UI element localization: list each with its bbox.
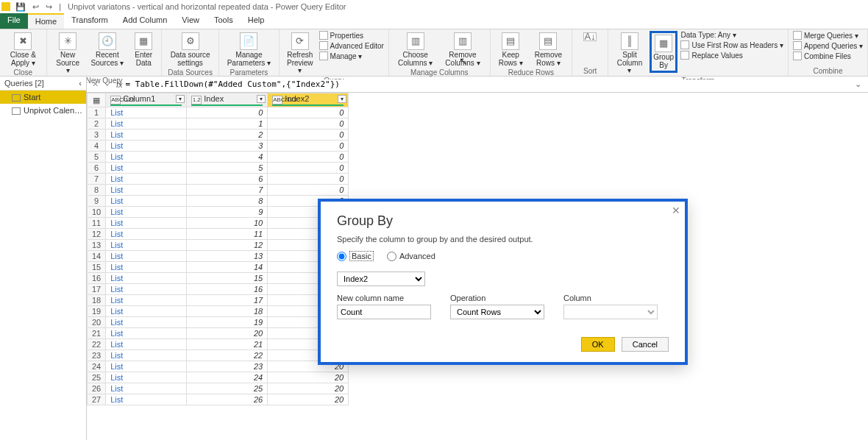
cell-column1[interactable]: List [106,317,187,328]
row-number[interactable]: 26 [88,383,106,394]
cell-column1[interactable]: List [106,350,187,361]
cell-index[interactable]: 13 [187,251,268,262]
cell-index[interactable]: 16 [187,284,268,295]
cell-column1[interactable]: List [106,273,187,284]
combine-files-button[interactable]: Combine Files [793,52,863,60]
sort-asc-button[interactable]: A↓ [577,31,603,44]
cell-column1[interactable]: List [106,295,187,306]
menu-tools[interactable]: Tools [207,13,241,29]
row-number[interactable]: 6 [88,163,106,174]
merge-queries-button[interactable]: Merge Queries ▾ [793,31,863,40]
cell-index[interactable]: 7 [187,185,268,196]
split-column-button[interactable]: ║Split Column ▾ [613,31,647,77]
table-row[interactable]: 14List130 [88,251,349,262]
cell-index[interactable]: 24 [187,372,268,383]
table-row[interactable]: 27List2620 [88,394,349,405]
table-row[interactable]: 6List50 [88,163,349,174]
cell-index2[interactable]: 0 [268,129,349,141]
cell-index2[interactable]: 20 [268,372,349,383]
cell-column1[interactable]: List [106,229,187,240]
cell-index[interactable]: 5 [187,163,268,174]
formula-input[interactable] [126,79,852,89]
col-header-Column1[interactable]: ABC/123Column1▾ [106,93,187,107]
table-row[interactable]: 11List100 [88,218,349,229]
row-number[interactable]: 1 [88,107,106,118]
data-source-settings-button[interactable]: ⚙Data source settings [166,31,213,68]
table-row[interactable]: 3List20 [88,129,349,141]
cell-column1[interactable]: List [106,141,187,152]
cell-column1[interactable]: List [106,394,187,405]
cell-index[interactable]: 4 [187,152,268,163]
row-number[interactable]: 17 [88,284,106,295]
row-number[interactable]: 22 [88,339,106,350]
new-column-input[interactable] [337,305,431,319]
query-unpivot-calendar[interactable]: Unpivot Calendar to T… [0,104,86,117]
cell-column1[interactable]: List [106,129,187,141]
manage-button[interactable]: Manage ▾ [319,52,384,60]
cell-column1[interactable]: List [106,218,187,229]
cell-index[interactable]: 3 [187,141,268,152]
row-number[interactable]: 23 [88,350,106,361]
cell-column1[interactable]: List [106,306,187,317]
grid-corner[interactable]: ▦ [88,93,106,107]
cell-index[interactable]: 22 [187,350,268,361]
table-row[interactable]: 4List30 [88,141,349,152]
cell-column1[interactable]: List [106,163,187,174]
row-number[interactable]: 9 [88,196,106,207]
groupby-column-select[interactable]: Index2 [337,272,425,286]
filter-icon[interactable]: ▾ [338,95,346,103]
replace-values-button[interactable]: Replace Values [680,51,783,60]
cancel-button[interactable]: Cancel [622,337,669,352]
group-by-button[interactable]: ▦Group By [650,31,678,73]
menu-add-column[interactable]: Add Column [115,13,175,29]
cell-column1[interactable]: List [106,185,187,196]
ok-button[interactable]: OK [581,337,615,352]
cell-index2[interactable]: 0 [268,141,349,152]
cell-column1[interactable]: List [106,383,187,394]
filter-icon[interactable]: ▾ [257,95,266,103]
row-number[interactable]: 3 [88,129,106,141]
menu-home[interactable]: Home [28,13,64,29]
row-number[interactable]: 11 [88,218,106,229]
table-row[interactable]: 23List2220 [88,350,349,361]
formula-dropdown-icon[interactable]: ⌄ [855,79,865,89]
refresh-preview-button[interactable]: ⟳Refresh Preview ▾ [284,31,316,77]
table-row[interactable]: 21List2020 [88,328,349,339]
cell-column1[interactable]: List [106,251,187,262]
cell-index[interactable]: 2 [187,129,268,141]
cell-index[interactable]: 0 [187,107,268,118]
cell-column1[interactable]: List [106,196,187,207]
remove-rows-button[interactable]: ▤Remove Rows ▾ [530,31,567,68]
row-number[interactable]: 8 [88,185,106,196]
operation-select[interactable]: Count Rows [450,305,544,319]
cell-column1[interactable]: List [106,152,187,163]
table-row[interactable]: 20List190 [88,317,349,328]
row-number[interactable]: 19 [88,306,106,317]
row-number[interactable]: 15 [88,262,106,273]
row-number[interactable]: 4 [88,141,106,152]
table-row[interactable]: 16List150 [88,273,349,284]
redo-icon[interactable]: ↪ [43,2,54,11]
formula-cancel-icon[interactable]: ✕ [90,79,100,89]
enter-data-button[interactable]: ▦Enter Data [130,31,157,68]
cell-index[interactable]: 20 [187,328,268,339]
col-header-Index2[interactable]: ABC/123Index2▾ [268,93,349,107]
row-number[interactable]: 14 [88,251,106,262]
cell-column1[interactable]: List [106,284,187,295]
manage-parameters-button[interactable]: 📄Manage Parameters ▾ [224,31,274,68]
table-row[interactable]: 5List40 [88,152,349,163]
cell-index[interactable]: 26 [187,394,268,405]
use-first-row-button[interactable]: Use First Row as Headers ▾ [680,40,783,49]
table-row[interactable]: 12List110 [88,229,349,240]
table-row[interactable]: 24List2320 [88,361,349,372]
append-queries-button[interactable]: Append Queries ▾ [793,41,863,50]
cell-index[interactable]: 17 [187,295,268,306]
row-number[interactable]: 27 [88,394,106,405]
cell-index[interactable]: 18 [187,306,268,317]
menu-transform[interactable]: Transform [64,13,115,29]
queries-collapse-icon[interactable]: ‹ [79,79,82,88]
table-row[interactable]: 19List180 [88,306,349,317]
radio-basic[interactable]: Basic [337,251,374,261]
table-row[interactable]: 17List160 [88,284,349,295]
table-row[interactable]: 25List2420 [88,372,349,383]
